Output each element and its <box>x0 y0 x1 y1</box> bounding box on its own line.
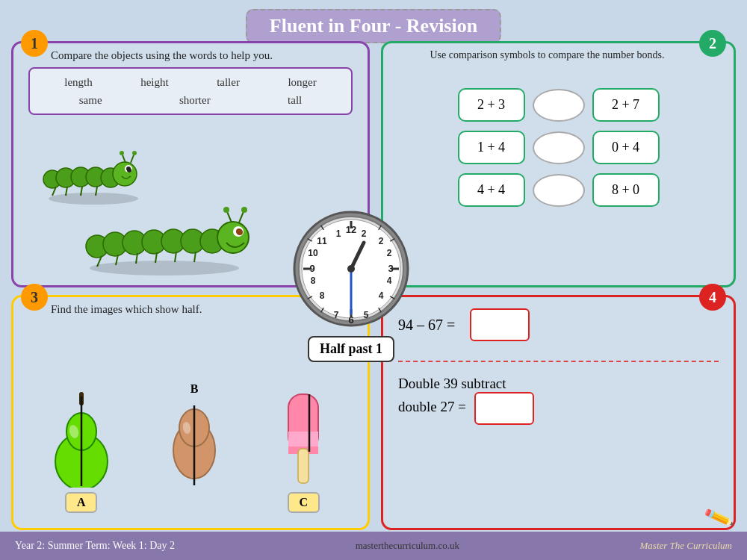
word-shorter: shorter <box>179 91 211 109</box>
q2-right-1: 2 + 7 <box>592 88 660 122</box>
page-title: Fluent in Four - Revision <box>246 9 501 43</box>
footer-right: Master The Curriculum <box>640 540 733 552</box>
word-longer: longer <box>288 73 316 91</box>
svg-text:12: 12 <box>346 224 356 235</box>
svg-text:5: 5 <box>364 310 369 320</box>
clock-label: Half past 1 <box>308 336 394 362</box>
q2-oval-1[interactable] <box>533 89 585 122</box>
clock-container: 12 6 9 3 2 4 11 8 1 2 2 4 5 7 8 10 Half … <box>276 209 426 362</box>
q3-number: 3 <box>21 284 48 311</box>
svg-point-5 <box>113 162 137 186</box>
svg-text:2: 2 <box>362 228 367 239</box>
q1-instruction: Compare the objects using the words to h… <box>51 49 273 62</box>
svg-text:3: 3 <box>388 263 393 274</box>
lolly-svg <box>273 391 333 488</box>
q1-number: 1 <box>21 30 48 57</box>
word-taller: taller <box>217 73 240 91</box>
clock-face-svg: 12 6 9 3 2 4 11 8 1 2 2 4 5 7 8 10 <box>291 209 411 329</box>
q3-item-c[interactable]: C <box>273 391 333 513</box>
egg-svg <box>164 402 224 488</box>
q2-row-1: 2 + 3 2 + 7 <box>391 88 726 122</box>
q2-left-2: 1 + 4 <box>458 131 525 164</box>
q3-instruction: Find the images which show half. <box>51 303 202 316</box>
word-height: height <box>140 73 169 91</box>
pear-svg <box>48 391 115 488</box>
svg-text:11: 11 <box>317 236 327 246</box>
q2-row-2: 1 + 4 0 + 4 <box>391 131 726 164</box>
q2-left-3: 4 + 4 <box>458 173 525 207</box>
q4-bottom: Double 39 subtract double 27 = <box>398 376 719 425</box>
svg-text:1: 1 <box>336 228 341 239</box>
q2-oval-2[interactable] <box>533 131 585 164</box>
svg-text:9: 9 <box>309 263 314 274</box>
q3-b-label-top: B <box>190 382 199 396</box>
svg-point-25 <box>217 222 249 253</box>
q2-right-3: 8 + 0 <box>592 173 660 207</box>
word-same: same <box>79 91 102 109</box>
q4-top: 94 – 67 = <box>398 308 719 341</box>
q4-answer-input-1[interactable] <box>470 308 530 341</box>
q3-label-a: A <box>65 492 98 513</box>
q4-divider <box>398 361 719 362</box>
svg-text:4: 4 <box>379 290 384 301</box>
svg-text:8: 8 <box>320 290 325 301</box>
svg-text:7: 7 <box>334 310 339 320</box>
svg-text:2: 2 <box>387 248 392 258</box>
word-length: length <box>64 73 93 91</box>
word-tall: tall <box>288 91 302 109</box>
question-2-box: 2 Use comparison symbols to compare the … <box>381 41 736 287</box>
svg-text:2: 2 <box>379 236 384 246</box>
svg-point-10 <box>120 151 124 155</box>
q1-words-row2: same shorter tall <box>40 91 341 109</box>
svg-text:6: 6 <box>348 314 353 326</box>
q1-words-row1: length height taller longer <box>40 73 341 91</box>
q2-rows: 2 + 3 2 + 7 1 + 4 0 + 4 4 + 4 8 + 0 <box>391 88 726 207</box>
q1-words-box: length height taller longer same shorter… <box>28 67 353 115</box>
q4-equation-2-line1: Double 39 subtract <box>398 376 719 392</box>
q2-oval-3[interactable] <box>533 174 585 207</box>
q4-equation-2-line2: double 27 = <box>398 392 719 425</box>
svg-text:10: 10 <box>308 248 318 258</box>
q2-instruction: Use comparison symbols to compare the nu… <box>398 49 696 61</box>
q3-item-a[interactable]: A <box>48 391 115 513</box>
svg-text:4: 4 <box>387 276 392 286</box>
svg-point-28 <box>237 229 243 235</box>
svg-point-17 <box>49 193 138 205</box>
svg-text:8: 8 <box>311 276 316 286</box>
q2-row-3: 4 + 4 8 + 0 <box>391 173 726 207</box>
footer: Year 2: Summer Term: Week 1: Day 2 maste… <box>0 532 747 560</box>
q3-label-c: C <box>288 492 320 513</box>
svg-point-12 <box>132 151 137 155</box>
question-4-box: 4 94 – 67 = Double 39 subtract double 27… <box>381 295 736 530</box>
q3-item-b[interactable]: B B <box>164 382 224 513</box>
q2-left-1: 2 + 3 <box>458 88 525 122</box>
svg-point-32 <box>241 207 247 213</box>
svg-point-30 <box>223 207 229 213</box>
footer-center: masterthecurriculum.co.uk <box>356 540 459 552</box>
q2-number: 2 <box>699 30 726 57</box>
q2-right-2: 0 + 4 <box>592 131 660 164</box>
svg-point-8 <box>127 168 131 172</box>
svg-rect-86 <box>298 449 309 483</box>
svg-point-73 <box>347 265 355 273</box>
footer-left: Year 2: Summer Term: Week 1: Day 2 <box>15 540 175 552</box>
q4-number: 4 <box>699 284 726 311</box>
svg-point-39 <box>90 261 239 276</box>
q4-answer-input-2[interactable] <box>474 392 534 425</box>
